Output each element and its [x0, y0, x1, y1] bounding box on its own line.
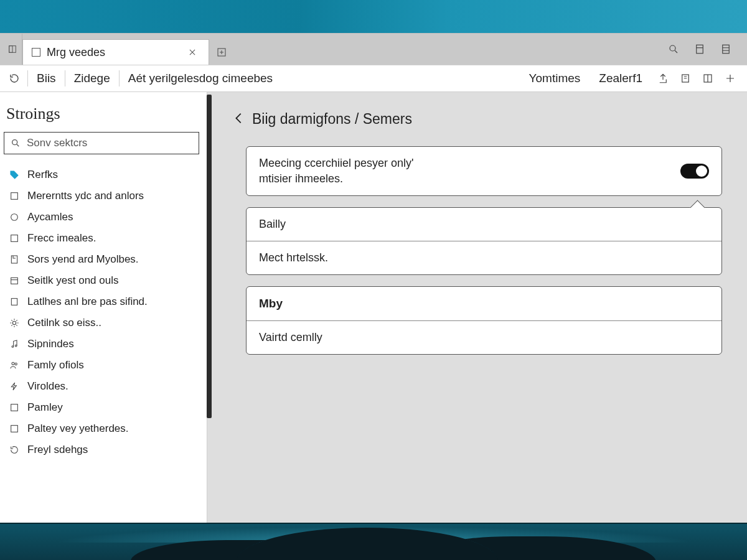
svg-rect-13 [11, 278, 18, 284]
sidebar-item-2[interactable]: Aycamles [0, 207, 207, 228]
search-icon[interactable] [665, 40, 682, 58]
tab-close-button[interactable] [185, 45, 200, 60]
settings-sidebar: Stroings Sonv sektcrs Rerfks Mererntts y… [0, 92, 207, 523]
option-row-2[interactable]: Mect hrtelssk. [247, 241, 721, 274]
svg-point-18 [12, 362, 14, 365]
sidebar-item-0[interactable]: Rerfks [0, 164, 207, 185]
svg-rect-12 [11, 256, 17, 263]
refresh-icon [9, 444, 20, 455]
svg-point-8 [12, 140, 17, 145]
sidebar-search-input[interactable]: Sonv sektcrs [4, 132, 199, 154]
toggle-row-line1: Meecing ccerchiiel pesyer only' [259, 157, 680, 170]
svg-rect-5 [723, 45, 730, 54]
page-body: Stroings Sonv sektcrs Rerfks Mererntts y… [0, 92, 747, 523]
new-tab-button[interactable] [209, 39, 234, 65]
settings-content: Biig darmigfons / Semers Meecing ccerchi… [207, 92, 747, 523]
breadcrumb-2[interactable]: Zidege [68, 65, 116, 91]
note-icon [9, 296, 20, 307]
svg-point-16 [12, 346, 14, 348]
favorites-icon[interactable] [698, 69, 717, 88]
sidebar-search-placeholder: Sonv sektcrs [27, 137, 87, 149]
sidebar-item-6[interactable]: Latlhes anl bre pas sifind. [0, 291, 207, 312]
sidebar-item-12[interactable]: Paltey vey yetherdes. [0, 418, 207, 439]
svg-rect-20 [11, 404, 18, 411]
browser-window: Mrg veedes Biis Zidege Aét yerilgelesdog… [0, 33, 747, 523]
svg-rect-11 [11, 235, 18, 242]
tab-title: Mrg veedes [47, 46, 179, 59]
music-icon [9, 338, 20, 350]
svg-rect-21 [11, 426, 18, 432]
browser-tab[interactable]: Mrg veedes [22, 39, 209, 65]
circle-icon [9, 212, 20, 223]
desktop-wallpaper-top [0, 0, 747, 33]
svg-point-15 [12, 321, 16, 324]
panel-icon[interactable] [691, 40, 708, 58]
sidebar-title: Stroings [0, 92, 207, 132]
sidebar-item-5[interactable]: Seitlk yest ond ouls [0, 270, 207, 291]
tab-strip: Mrg veedes [0, 34, 747, 65]
titlebar-right-controls [665, 34, 747, 65]
collections-icon[interactable] [717, 40, 735, 58]
sidebar-list: Rerfks Mererntts ydc and anlors Aycamles… [0, 162, 207, 523]
window-menu-button[interactable] [2, 34, 22, 65]
toggle-switch[interactable] [680, 164, 709, 179]
more-icon[interactable] [721, 69, 740, 88]
sidebar-item-4[interactable]: Sors yend ard Myolbes. [0, 249, 207, 270]
sidebar-item-8[interactable]: Sipnindes [0, 334, 207, 355]
gear-icon [9, 317, 20, 329]
content-header: Biig darmigfons / Semers [232, 111, 722, 128]
svg-rect-14 [11, 299, 17, 306]
setting-card-options: Bailly Mect hrtelssk. [246, 207, 722, 275]
option-row-1[interactable]: Bailly [247, 208, 721, 241]
calendar-icon [9, 275, 20, 286]
page-icon [32, 48, 40, 57]
back-button[interactable] [232, 111, 246, 128]
svg-point-10 [11, 214, 18, 221]
reading-list-icon[interactable] [676, 69, 695, 88]
tag-icon [9, 169, 20, 180]
svg-rect-9 [11, 193, 18, 200]
breadcrumb-3[interactable]: Aét yerilgelesdog cimeebes [122, 65, 279, 91]
people-icon [9, 360, 20, 371]
toolbar-link-2[interactable]: Zealerf1 [591, 72, 650, 85]
sidebar-item-11[interactable]: Pamley [0, 397, 207, 418]
group-row-1[interactable]: Vairtd cemlly [247, 320, 721, 354]
sidebar-item-3[interactable]: Frecc imeales. [0, 228, 207, 249]
toolbar: Biis Zidege Aét yerilgelesdog cimeebes Y… [0, 65, 747, 92]
sidebar-item-10[interactable]: Viroldes. [0, 376, 207, 397]
svg-rect-1 [9, 46, 12, 53]
sidebar-item-13[interactable]: Freyl sdehgs [0, 439, 207, 460]
sidebar-scrollbar[interactable] [207, 95, 212, 418]
square-icon [9, 423, 20, 434]
svg-point-17 [15, 345, 17, 347]
svg-point-19 [15, 363, 17, 365]
square-icon [9, 233, 20, 244]
svg-rect-4 [697, 45, 703, 54]
sidebar-item-7[interactable]: Cetilnk so eiss.. [0, 312, 207, 334]
setting-card-group: Mby Vairtd cemlly [246, 286, 722, 355]
sidebar-item-1[interactable]: Mererntts ydc and anlors [0, 185, 207, 207]
share-icon[interactable] [654, 69, 672, 88]
square-icon [9, 190, 20, 202]
setting-card-toggle: Meecing ccerchiiel pesyer only' mtisier … [246, 146, 722, 196]
square-icon [9, 402, 20, 413]
bolt-icon [9, 381, 20, 392]
desktop-wallpaper-bottom [0, 523, 747, 560]
toggle-row[interactable]: Meecing ccerchiiel pesyer only' mtisier … [247, 147, 721, 195]
refresh-button[interactable] [4, 65, 25, 91]
doc-icon [9, 254, 20, 265]
group-header-row: Mby [247, 287, 721, 320]
breadcrumb-1[interactable]: Biis [31, 65, 62, 91]
content-title: Biig darmigfons / Semers [252, 111, 412, 128]
toggle-row-line2: mtisier ihmeeles. [259, 172, 680, 185]
svg-point-3 [670, 45, 675, 51]
sidebar-item-9[interactable]: Famly ofiols [0, 355, 207, 376]
toolbar-link-1[interactable]: Yomtimes [522, 72, 588, 85]
